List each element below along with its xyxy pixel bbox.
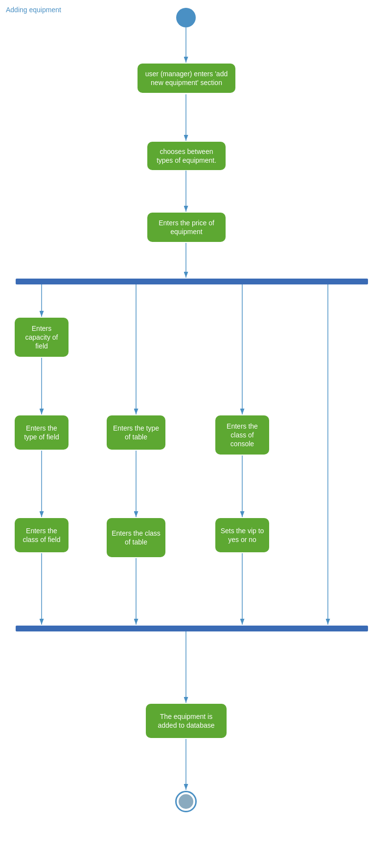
- enters-type-field-node: Enters the type of field: [15, 415, 69, 450]
- end-circle: [175, 791, 197, 812]
- start-circle: [176, 8, 196, 27]
- chooses-node: chooses between types of equipment.: [147, 142, 226, 170]
- fork-bar-top: [16, 279, 368, 284]
- page-title: Adding equipment: [6, 6, 61, 14]
- enters-type-table-node: Enters the type of table: [107, 415, 165, 450]
- enters-capacity-node: Enters capacity of field: [15, 318, 69, 357]
- enters-price-node: Enters the price of equipment: [147, 213, 226, 242]
- equipment-added-node: The equipment is added to database: [146, 704, 227, 738]
- enters-class-table-node: Enters the class of table: [107, 518, 165, 557]
- enters-class-field-node: Enters the class of field: [15, 518, 69, 552]
- join-bar-bottom: [16, 626, 368, 631]
- user-enters-node: user (manager) enters 'add new equipment…: [138, 64, 235, 93]
- sets-vip-node: Sets the vip to yes or no: [215, 518, 269, 552]
- enters-class-console-node: Enters the class of console: [215, 415, 269, 455]
